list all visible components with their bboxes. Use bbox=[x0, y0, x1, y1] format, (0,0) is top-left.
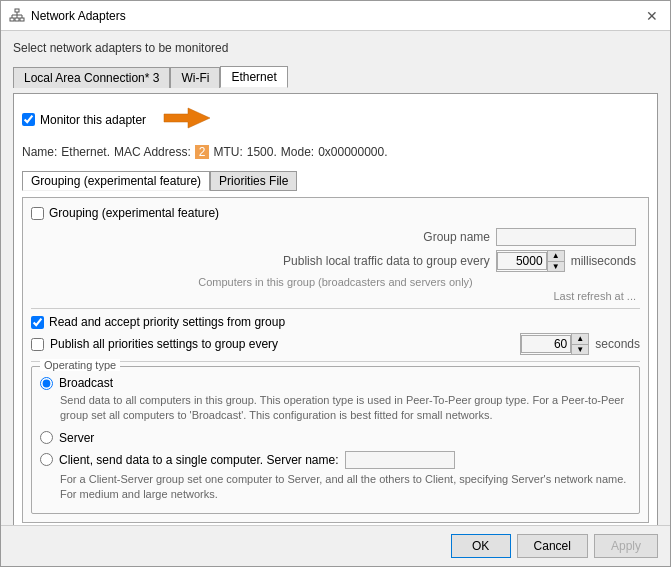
grouping-label: Grouping (experimental feature) bbox=[49, 206, 219, 220]
info-row: Name: Ethernet. MAC Address: 2 MTU: 1500… bbox=[22, 143, 649, 161]
publish-priority-label: Publish all priorities settings to group… bbox=[50, 337, 514, 351]
publish-priority-row: Publish all priorities settings to group… bbox=[31, 333, 640, 355]
monitor-check-wrap: Monitor this adapter bbox=[22, 113, 146, 127]
monitor-checkbox[interactable] bbox=[22, 113, 35, 126]
publish-priority-unit: seconds bbox=[595, 337, 640, 351]
read-priority-label: Read and accept priority settings from g… bbox=[49, 315, 285, 329]
broadcast-description: Send data to all computers in this group… bbox=[40, 393, 631, 428]
publish-value-input[interactable]: 5000 bbox=[497, 252, 547, 270]
publish-priority-value-input[interactable]: 60 bbox=[521, 335, 571, 353]
section-label: Select network adapters to be monitored bbox=[13, 41, 658, 55]
name-label: Name: bbox=[22, 145, 57, 159]
pub-priority-spinner: 60 ▲ ▼ bbox=[520, 333, 589, 355]
last-refresh-row: Last refresh at ... bbox=[31, 290, 640, 302]
divider1 bbox=[31, 308, 640, 309]
divider2 bbox=[31, 361, 640, 362]
broadcast-radio[interactable] bbox=[40, 377, 53, 390]
client-radio-row: Client, send data to a single computer. … bbox=[40, 448, 631, 472]
read-priority-row: Read and accept priority settings from g… bbox=[31, 315, 640, 329]
broadcast-radio-row: Broadcast bbox=[40, 373, 631, 393]
operating-type-group: Operating type Broadcast Send data to al… bbox=[31, 366, 640, 514]
monitor-label: Monitor this adapter bbox=[40, 113, 146, 127]
publish-spinner: 5000 ▲ ▼ bbox=[496, 250, 565, 272]
pub-priority-spinner-buttons: ▲ ▼ bbox=[571, 334, 588, 354]
pub-priority-down-btn[interactable]: ▼ bbox=[572, 344, 588, 354]
publish-label: Publish local traffic data to group ever… bbox=[31, 254, 490, 268]
grouping-checkbox[interactable] bbox=[31, 207, 44, 220]
name-value: Ethernet. bbox=[61, 145, 110, 159]
publish-priority-checkbox[interactable] bbox=[31, 338, 44, 351]
svg-rect-1 bbox=[10, 18, 14, 21]
close-button[interactable]: ✕ bbox=[642, 6, 662, 26]
computers-label: Computers in this group (broadcasters an… bbox=[31, 276, 640, 288]
server-radio[interactable] bbox=[40, 431, 53, 444]
mtu-value: 1500. bbox=[247, 145, 277, 159]
ok-button[interactable]: OK bbox=[451, 534, 511, 558]
bottom-bar: OK Cancel Apply bbox=[1, 525, 670, 566]
group-name-row: Group name bbox=[31, 228, 640, 246]
tab-local[interactable]: Local Area Connection* 3 bbox=[13, 67, 170, 88]
group-name-label: Group name bbox=[31, 230, 490, 244]
orange-arrow-icon bbox=[160, 106, 210, 130]
monitor-row: Monitor this adapter bbox=[22, 102, 649, 137]
client-label: Client, send data to a single computer. … bbox=[59, 453, 339, 467]
sub-tabs: Grouping (experimental feature) Prioriti… bbox=[22, 171, 649, 191]
adapter-tabs: Local Area Connection* 3 Wi-Fi Ethernet bbox=[13, 65, 658, 87]
publish-up-btn[interactable]: ▲ bbox=[548, 251, 564, 261]
window-title: Network Adapters bbox=[31, 9, 126, 23]
apply-button[interactable]: Apply bbox=[594, 534, 658, 558]
server-radio-row: Server bbox=[40, 428, 631, 448]
cancel-button[interactable]: Cancel bbox=[517, 534, 588, 558]
svg-rect-3 bbox=[20, 18, 24, 21]
mode-label: Mode: bbox=[281, 145, 314, 159]
tab-wifi[interactable]: Wi-Fi bbox=[170, 67, 220, 88]
mtu-label: MTU: bbox=[213, 145, 242, 159]
network-icon bbox=[9, 8, 25, 24]
publish-down-btn[interactable]: ▼ bbox=[548, 261, 564, 271]
publish-unit: milliseconds bbox=[571, 254, 636, 268]
operating-type-legend: Operating type bbox=[40, 359, 120, 371]
svg-marker-9 bbox=[164, 108, 210, 128]
tab-ethernet[interactable]: Ethernet bbox=[220, 66, 287, 88]
read-priority-checkbox[interactable] bbox=[31, 316, 44, 329]
arrow-annotation bbox=[160, 106, 210, 133]
svg-rect-0 bbox=[15, 9, 19, 12]
grouping-checkbox-row: Grouping (experimental feature) bbox=[31, 206, 640, 220]
svg-rect-2 bbox=[15, 18, 19, 21]
publish-row: Publish local traffic data to group ever… bbox=[31, 250, 640, 272]
tab-panel: Monitor this adapter Name: Ethernet. MAC… bbox=[13, 93, 658, 525]
group-name-input[interactable] bbox=[496, 228, 636, 246]
server-name-input[interactable] bbox=[345, 451, 455, 469]
client-radio[interactable] bbox=[40, 453, 53, 466]
main-content: Select network adapters to be monitored … bbox=[1, 31, 670, 525]
client-description: For a Client-Server group set one comput… bbox=[40, 472, 631, 507]
network-adapters-window: Network Adapters ✕ Select network adapte… bbox=[0, 0, 671, 567]
publish-spinner-buttons: ▲ ▼ bbox=[547, 251, 564, 271]
title-bar: Network Adapters ✕ bbox=[1, 1, 670, 31]
mac-value: 2 bbox=[195, 145, 210, 159]
title-bar-left: Network Adapters bbox=[9, 8, 126, 24]
mode-value: 0x00000000. bbox=[318, 145, 387, 159]
mac-label: MAC Address: bbox=[114, 145, 191, 159]
sub-tab-priorities[interactable]: Priorities File bbox=[210, 171, 297, 191]
pub-priority-up-btn[interactable]: ▲ bbox=[572, 334, 588, 344]
server-label: Server bbox=[59, 431, 94, 445]
broadcast-label: Broadcast bbox=[59, 376, 113, 390]
last-refresh-label: Last refresh at bbox=[553, 290, 623, 302]
grouping-panel: Grouping (experimental feature) Group na… bbox=[22, 197, 649, 523]
last-refresh-value: ... bbox=[627, 290, 636, 302]
sub-tab-grouping[interactable]: Grouping (experimental feature) bbox=[22, 171, 210, 191]
